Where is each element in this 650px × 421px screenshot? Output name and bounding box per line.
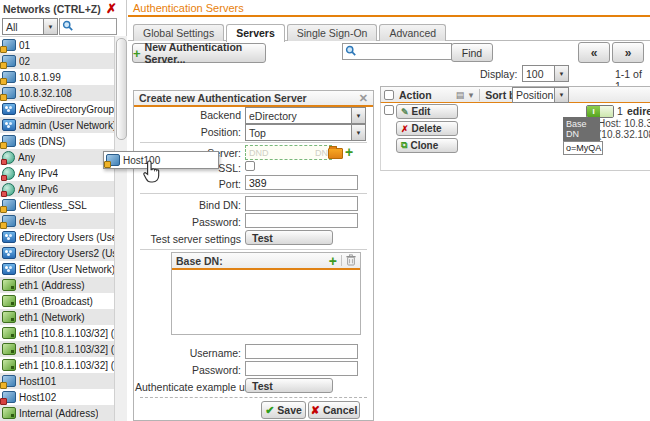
sort-value: Position asc	[513, 88, 554, 102]
password2-input[interactable]	[245, 361, 358, 376]
iface-icon	[2, 327, 16, 339]
list-item-label: eth1 [10.8.1.103/32] (Broad	[19, 344, 114, 355]
clone-button[interactable]: ⧉ Clone	[396, 138, 458, 153]
base-dn-list[interactable]	[172, 270, 360, 334]
close-icon[interactable]: ✕	[359, 92, 368, 105]
x-icon: ✗	[401, 124, 409, 134]
sidebar-search-input[interactable]	[59, 18, 117, 35]
list-item[interactable]: 10.8.32.108	[0, 85, 114, 101]
trash-icon[interactable]	[346, 254, 356, 268]
bind-dn-input[interactable]	[245, 196, 358, 211]
base-dn-tooltip: Base DN o=MyQA	[563, 117, 603, 155]
list-item[interactable]: Host102	[0, 389, 114, 405]
server-dnd-dropzone[interactable]: DND DN	[245, 145, 332, 160]
chevron-down-icon: ▼	[554, 66, 568, 81]
list-item-label: Clientless_SSL	[19, 200, 87, 211]
list-item[interactable]: 10.8.1.99	[0, 69, 114, 85]
group-icon	[2, 103, 16, 115]
delete-button[interactable]: ✗ Delete	[396, 121, 458, 136]
test-authenticate-button[interactable]: Test	[245, 378, 333, 393]
list-item[interactable]: Editor (User Network)	[0, 261, 114, 277]
position-select[interactable]: Top ▼	[245, 124, 366, 141]
tab-advanced[interactable]: Advanced	[379, 24, 446, 41]
next-page-button[interactable]: »	[612, 42, 644, 63]
list-item[interactable]: Clientless_SSL	[0, 197, 114, 213]
test-server-button[interactable]: Test	[245, 230, 333, 245]
base-dn-label: Base DN:	[176, 255, 223, 267]
folder-browse-icon[interactable]	[328, 148, 343, 159]
list-item[interactable]: ActiveDirectoryGroup (User	[0, 101, 114, 117]
new-button-label: New Authentication Server...	[145, 41, 265, 65]
divider	[140, 142, 367, 143]
scrollbar-thumb[interactable]	[116, 38, 127, 140]
new-authentication-server-button[interactable]: + New Authentication Server...	[132, 43, 266, 63]
list-item[interactable]: eDirectory Users2 (User Gr	[0, 245, 114, 261]
host-icon	[2, 71, 16, 83]
backend-select[interactable]: eDirectory ▼	[245, 107, 366, 124]
list-item[interactable]: eth1 [10.8.1.103/32] (Netwo	[0, 357, 114, 373]
list-item-label: eth1 (Broadcast)	[19, 296, 93, 307]
tab-single-sign-on[interactable]: Single Sign-On	[287, 24, 378, 41]
find-button[interactable]: Find	[451, 43, 493, 62]
host-icon	[2, 39, 16, 51]
dnd-placeholder: DND	[249, 148, 269, 158]
tab-global-settings[interactable]: Global Settings	[133, 24, 224, 41]
username-label: Username:	[135, 347, 241, 359]
iface-icon	[2, 279, 16, 291]
toggle-on-segment: I	[587, 106, 600, 117]
close-icon[interactable]: ✗	[106, 1, 117, 16]
action-menu-icon[interactable]: ▤ ▾	[456, 90, 475, 100]
list-item-label: ads (DNS)	[19, 136, 66, 147]
list-item[interactable]: admin (User Network)	[0, 117, 114, 133]
ssl-checkbox[interactable]	[245, 161, 255, 171]
sidebar-scrollbar[interactable]	[114, 36, 127, 421]
list-item[interactable]: 02	[0, 53, 114, 69]
list-item[interactable]: Any	[0, 149, 114, 165]
create-auth-server-form: Create new Authentication Server ✕ Backe…	[133, 90, 374, 421]
network-filter-select[interactable]: All ▼	[2, 18, 58, 35]
list-item[interactable]: eth1 [10.8.1.103/32] (Addre	[0, 325, 114, 341]
username-input[interactable]	[245, 344, 358, 359]
cancel-button[interactable]: ✘ Cancel	[308, 401, 360, 419]
password-input[interactable]	[245, 213, 358, 228]
list-item[interactable]: eth1 [10.8.1.103/32] (Broad	[0, 341, 114, 357]
tab-servers[interactable]: Servers	[226, 24, 285, 42]
app-window: Networks (CTRL+Z) ✗ All ▼ 010210.8.1.991…	[0, 0, 650, 421]
search-icon	[62, 20, 73, 33]
list-item[interactable]: Internal (Address)	[0, 405, 114, 421]
list-item[interactable]: eth1 (Network)	[0, 309, 114, 325]
delete-label: Delete	[412, 123, 442, 134]
port-input[interactable]	[245, 175, 358, 190]
list-item[interactable]: Any IPv6	[0, 181, 114, 197]
select-all-checkbox[interactable]	[384, 90, 394, 100]
host-icon	[2, 215, 16, 227]
host-icon	[106, 154, 120, 166]
globe-icon	[2, 151, 15, 164]
network-list: 010210.8.1.9910.8.32.108ActiveDirectoryG…	[0, 36, 114, 421]
row-checkbox[interactable]	[384, 105, 394, 115]
list-item-label: eDirectory Users (User Gro	[19, 232, 114, 243]
hand-cursor-icon	[142, 159, 164, 187]
list-item-label: Any	[18, 152, 35, 163]
list-item[interactable]: 01	[0, 37, 114, 53]
add-icon[interactable]: +	[345, 146, 353, 158]
list-item[interactable]: dev-ts	[0, 213, 114, 229]
list-item[interactable]: eth1 (Address)	[0, 277, 114, 293]
search-icon	[345, 45, 356, 58]
divider	[140, 397, 367, 398]
display-count-select[interactable]: 100 ▼	[522, 65, 569, 82]
list-item[interactable]: eDirectory Users (User Gro	[0, 229, 114, 245]
list-item-label: eth1 (Address)	[19, 280, 85, 291]
list-item[interactable]: Host101	[0, 373, 114, 389]
sort-select[interactable]: Position asc ▼	[512, 87, 569, 103]
server-search-input[interactable]	[342, 43, 452, 60]
edit-button[interactable]: ✎ Edit	[396, 104, 458, 119]
list-item[interactable]: ads (DNS)	[0, 133, 114, 149]
save-button[interactable]: ✔ Save	[261, 401, 306, 419]
list-item[interactable]: eth1 (Broadcast)	[0, 293, 114, 309]
add-icon[interactable]: +	[329, 255, 337, 267]
prev-page-button[interactable]: «	[578, 42, 610, 63]
entry-position: 1	[617, 105, 623, 117]
dnd-placeholder2: DN	[315, 148, 328, 158]
list-item[interactable]: Any IPv4	[0, 165, 114, 181]
